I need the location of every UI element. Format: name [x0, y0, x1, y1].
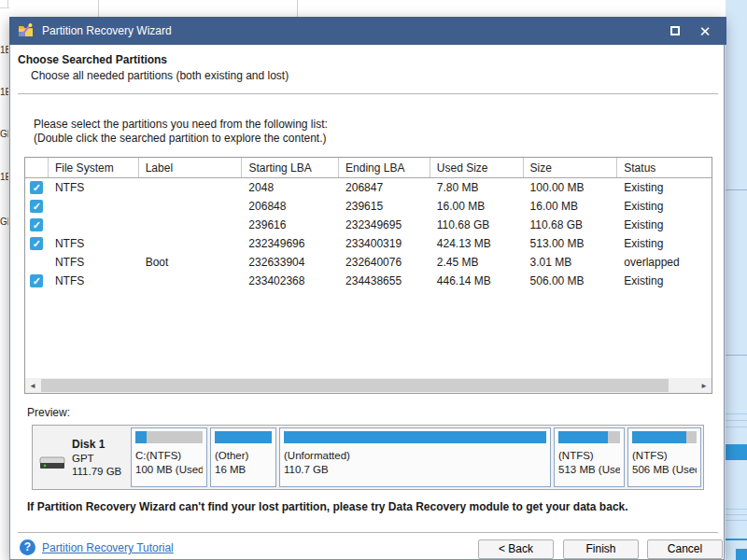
cell-status: Existing [617, 181, 712, 194]
row-checkbox-cell[interactable]: ✓ [25, 237, 49, 250]
row-checkbox-cell[interactable]: ✓ [25, 218, 49, 231]
maximize-button[interactable] [661, 17, 689, 45]
column-header-starting-lba[interactable]: Starting LBA [242, 158, 339, 177]
preview-label: Preview: [27, 406, 70, 419]
checkbox-checked-icon[interactable]: ✓ [30, 218, 43, 231]
scroll-left-icon[interactable]: ◄ [25, 378, 40, 393]
partition-recovery-wizard-dialog: Partition Recovery Wizard ✕ Choose Searc… [9, 17, 725, 560]
cell-starting-lba: 2048 [242, 181, 339, 194]
partition-usage-bar [558, 431, 620, 443]
cell-starting-lba: 239616 [242, 218, 339, 231]
disk-preview: Disk 1 GPT 111.79 GB C:(NTFS)100 MB (Use… [32, 425, 704, 490]
checkbox-checked-icon[interactable]: ✓ [30, 237, 43, 250]
column-header-used-size[interactable]: Used Size [430, 158, 524, 177]
table-body: ✓NTFS20482068477.80 MB100.00 MBExisting✓… [25, 178, 712, 290]
partition-label: C:(NTFS) [135, 449, 203, 463]
cell-ending-lba: 233400319 [339, 237, 430, 250]
scrollbar-thumb[interactable] [41, 379, 669, 392]
tutorial-link[interactable]: Partition Recovery Tutorial [42, 541, 174, 554]
partition-usage-bar [135, 431, 203, 443]
partition-size: 513 MB (Used [558, 463, 620, 477]
cell-status: Existing [617, 218, 712, 231]
partition-label: (Unformatted) [284, 449, 546, 463]
partition-size: 110.7 GB [284, 463, 546, 477]
column-header-status[interactable]: Status [617, 158, 712, 177]
partition-usage-bar [632, 431, 697, 443]
table-row[interactable]: ✓NTFS232349696233400319424.13 MB513.00 M… [25, 234, 712, 253]
cell-size: 100.00 MB [524, 181, 618, 194]
cell-used-size: 110.68 GB [430, 218, 524, 231]
table-row[interactable]: ✓NTFS233402368234438655446.14 MB506.00 M… [25, 272, 712, 290]
disk-type: GPT [72, 453, 121, 464]
cell-starting-lba: 206848 [242, 200, 339, 213]
cancel-button[interactable]: Cancel [647, 539, 723, 559]
preview-partition-block[interactable]: (Unformatted)110.7 GB [279, 427, 551, 487]
cell-file-system: NTFS [49, 237, 139, 250]
cell-status: Existing [617, 237, 712, 250]
partition-size: 16 MB [215, 463, 272, 477]
cell-size: 16.00 MB [524, 200, 618, 213]
instruction-line-2: (Double click the searched partition to … [34, 132, 327, 145]
partition-size: 506 MB (Used [632, 463, 697, 477]
partition-size: 100 MB (Used [135, 463, 203, 477]
scroll-right-icon[interactable]: ► [697, 378, 712, 393]
column-header-file-system[interactable]: File System [49, 158, 139, 177]
cell-ending-lba: 234438655 [339, 274, 430, 287]
background-text-fragment: 1B [0, 45, 8, 55]
column-header-checkbox[interactable] [25, 158, 49, 177]
background-partition-bar [726, 444, 747, 460]
column-header-size[interactable]: Size [524, 158, 618, 177]
column-header-label[interactable]: Label [139, 158, 243, 177]
screen: 1B1EGE1EGE [0, 0, 747, 560]
app-icon [18, 23, 35, 38]
row-checkbox-cell[interactable]: ✓ [25, 274, 49, 287]
window-title: Partition Recovery Wizard [42, 24, 172, 37]
partition-label: (Other) [215, 449, 272, 463]
cell-status: Existing [617, 200, 712, 213]
titlebar[interactable]: Partition Recovery Wizard ✕ [9, 17, 726, 45]
cell-starting-lba: 233402368 [242, 274, 339, 287]
help-icon[interactable]: ? [20, 539, 35, 555]
table-row[interactable]: ✓20684823961516.00 MB16.00 MBExisting [25, 197, 712, 216]
checkbox-checked-icon[interactable]: ✓ [30, 181, 43, 194]
preview-partition-block[interactable]: C:(NTFS)100 MB (Used [131, 427, 207, 487]
table-header-row: File SystemLabelStarting LBAEnding LBAUs… [25, 158, 712, 178]
preview-partitions: C:(NTFS)100 MB (Used(Other)16 MB(Unforma… [131, 426, 703, 489]
checkbox-checked-icon[interactable]: ✓ [30, 200, 43, 213]
row-checkbox-cell[interactable]: ✓ [25, 200, 49, 213]
partition-label: (NTFS) [632, 449, 697, 463]
partition-usage-bar [284, 431, 546, 443]
disk-info: Disk 1 GPT 111.79 GB [33, 426, 131, 489]
cell-size: 110.68 GB [524, 218, 618, 231]
cell-used-size: 7.80 MB [430, 181, 524, 194]
partitions-table: File SystemLabelStarting LBAEnding LBAUs… [24, 157, 712, 394]
cell-status: Existing [617, 274, 712, 287]
disk-icon [38, 452, 68, 473]
background-text-fragment: GE [0, 217, 8, 227]
page-subtitle: Choose all needed partitions (both exist… [31, 69, 289, 82]
back-button[interactable]: < Back [478, 539, 554, 559]
horizontal-scrollbar[interactable]: ◄ ► [25, 378, 712, 393]
cell-starting-lba: 232349696 [242, 237, 339, 250]
finish-button[interactable]: Finish [563, 539, 639, 559]
preview-partition-block[interactable]: (Other)16 MB [210, 427, 276, 487]
cell-size: 513.00 MB [524, 237, 618, 250]
cell-size: 506.00 MB [524, 274, 618, 287]
cell-ending-lba: 239615 [339, 200, 430, 213]
cell-label: Boot [139, 256, 243, 269]
close-button[interactable]: ✕ [691, 17, 719, 45]
table-row[interactable]: NTFSBoot2326339042326400762.45 MB3.01 MB… [25, 253, 712, 272]
table-row[interactable]: ✓NTFS20482068477.80 MB100.00 MBExisting [25, 178, 712, 197]
warning-text: If Partition Recovery Wizard can't find … [27, 500, 718, 513]
row-checkbox-cell[interactable]: ✓ [25, 181, 49, 194]
close-icon: ✕ [699, 24, 712, 38]
cell-used-size: 16.00 MB [430, 200, 524, 213]
cell-ending-lba: 232349695 [339, 218, 430, 231]
column-header-ending-lba[interactable]: Ending LBA [339, 158, 430, 177]
checkbox-checked-icon[interactable]: ✓ [30, 274, 43, 287]
preview-partition-block[interactable]: (NTFS)513 MB (Used [554, 427, 625, 487]
table-row[interactable]: ✓239616232349695110.68 GB110.68 GBExisti… [25, 216, 712, 234]
cell-starting-lba: 232633904 [242, 256, 339, 269]
maximize-icon [670, 26, 680, 35]
preview-partition-block[interactable]: (NTFS)506 MB (Used [627, 427, 701, 487]
